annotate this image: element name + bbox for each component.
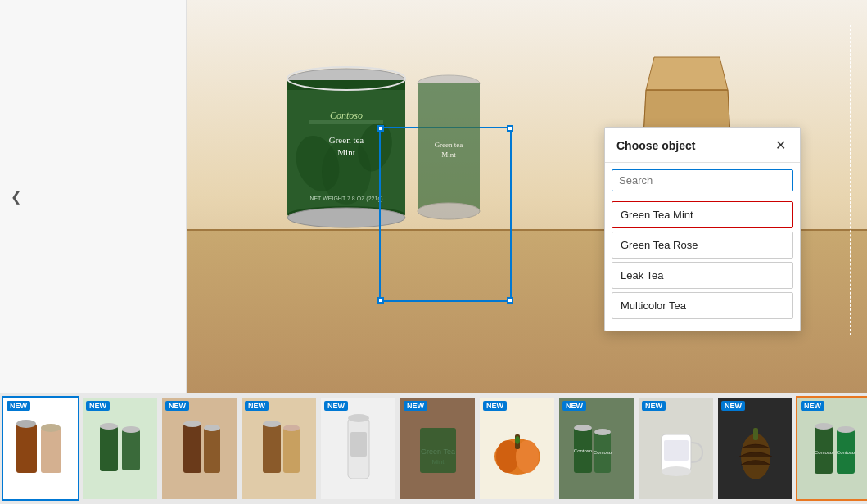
svg-point-28 xyxy=(16,420,36,428)
canvas-content: Contoso Green tea Mint NET WEIGHT 7.8 OZ… xyxy=(187,0,867,393)
thumb-bg-1 xyxy=(3,398,78,499)
thumbnail-5[interactable]: NEW xyxy=(319,396,397,501)
thumbnail-1[interactable]: NEW xyxy=(2,396,79,501)
thumb-bg-5 xyxy=(321,398,395,499)
main-container: ❮ xyxy=(0,0,867,504)
choose-object-dialog: Choose object ✕ Green Tea Mint Green Tea… xyxy=(604,127,801,331)
new-badge-11: NEW xyxy=(801,401,824,411)
svg-point-33 xyxy=(122,426,140,433)
scene: Contoso Green tea Mint NET WEIGHT 7.8 OZ… xyxy=(187,0,867,393)
svg-text:Contoso: Contoso xyxy=(814,450,833,455)
new-badge-9: NEW xyxy=(642,401,666,411)
thumb-bg-9 xyxy=(639,398,713,499)
svg-point-66 xyxy=(815,423,833,430)
new-badge-8: NEW xyxy=(562,401,586,411)
new-badge-10: NEW xyxy=(721,401,745,411)
new-badge-5: NEW xyxy=(324,401,348,411)
svg-point-52 xyxy=(515,436,520,444)
thumb-bg-7 xyxy=(480,398,554,499)
option-green-tea-rose[interactable]: Green Tea Rose xyxy=(612,232,793,259)
left-arrow[interactable]: ❮ xyxy=(7,187,25,205)
canvas-area: ❮ xyxy=(0,0,867,393)
thumb-bg-10 xyxy=(718,398,792,499)
svg-rect-47 xyxy=(420,428,456,473)
option-leak-tea[interactable]: Leak Tea xyxy=(612,262,793,289)
svg-rect-30 xyxy=(100,426,118,471)
option-multicolor-tea[interactable]: Multicolor Tea xyxy=(612,292,793,319)
search-input[interactable] xyxy=(612,169,793,191)
thumbnail-4[interactable]: NEW xyxy=(240,396,318,501)
dialog-header: Choose object ✕ xyxy=(605,128,800,163)
thumb-bg-2 xyxy=(83,398,157,499)
thumbnail-11[interactable]: NEW Contoso Contoso xyxy=(796,396,867,501)
new-badge-1: NEW xyxy=(7,401,30,411)
svg-rect-39 xyxy=(283,428,300,473)
svg-marker-1 xyxy=(646,57,728,90)
thumbnail-9[interactable]: NEW xyxy=(637,396,715,501)
svg-point-19 xyxy=(287,208,405,227)
new-badge-7: NEW xyxy=(483,401,507,411)
svg-rect-63 xyxy=(753,428,758,440)
new-badge-6: NEW xyxy=(404,401,427,411)
thumbnail-strip: NEW NEW xyxy=(0,393,867,504)
thumbnail-3[interactable]: NEW xyxy=(160,396,238,501)
svg-point-36 xyxy=(183,421,201,427)
dialog-body: Green Tea Mint Green Tea Rose Leak Tea M… xyxy=(605,163,800,331)
new-badge-4: NEW xyxy=(245,401,269,411)
thumb-bg-11: Contoso Contoso xyxy=(797,398,867,499)
option-green-tea-mint[interactable]: Green Tea Mint xyxy=(612,201,793,228)
dialog-close-button[interactable]: ✕ xyxy=(772,137,788,154)
svg-text:Contoso: Contoso xyxy=(573,448,592,453)
svg-point-61 xyxy=(662,466,691,476)
thumbnail-2[interactable]: NEW xyxy=(81,396,159,501)
svg-rect-44 xyxy=(350,432,367,457)
new-badge-2: NEW xyxy=(86,401,110,411)
svg-point-55 xyxy=(574,425,592,431)
svg-point-41 xyxy=(283,425,300,431)
thumb-bg-3 xyxy=(162,398,237,499)
thumb-bg-8: Contoso Contoso xyxy=(559,398,634,499)
thumb-bg-4 xyxy=(242,398,316,499)
svg-text:Mint: Mint xyxy=(441,151,456,159)
svg-point-40 xyxy=(263,421,281,427)
svg-point-37 xyxy=(204,425,220,431)
svg-point-56 xyxy=(594,429,611,435)
thumb-bg-6: Green Tea Mint xyxy=(400,398,475,499)
new-badge-3: NEW xyxy=(165,401,189,411)
options-list: Green Tea Mint Green Tea Rose Leak Tea M… xyxy=(605,198,800,331)
handle-tr[interactable] xyxy=(507,125,513,132)
thumbnail-10[interactable]: NEW xyxy=(716,396,794,501)
svg-rect-26 xyxy=(16,424,37,473)
svg-rect-7 xyxy=(287,80,405,90)
svg-point-29 xyxy=(41,424,61,432)
thumbnail-7[interactable]: NEW xyxy=(478,396,556,501)
svg-text:Green tea: Green tea xyxy=(435,141,463,149)
svg-rect-35 xyxy=(204,428,220,473)
dialog-title: Choose object xyxy=(616,139,695,152)
svg-rect-27 xyxy=(41,428,61,473)
thumbnail-6[interactable]: NEW Green Tea Mint xyxy=(399,396,476,501)
svg-text:Contoso: Contoso xyxy=(836,450,855,455)
svg-text:NET WEIGHT 7.8 OZ (221g): NET WEIGHT 7.8 OZ (221g) xyxy=(309,196,382,202)
svg-rect-38 xyxy=(263,424,281,473)
search-container xyxy=(605,169,800,198)
thumbnail-8[interactable]: NEW Contoso Contoso xyxy=(558,396,635,501)
svg-text:Green tea: Green tea xyxy=(329,135,364,145)
second-can: Green tea Mint xyxy=(416,74,481,221)
svg-point-32 xyxy=(100,423,118,430)
svg-text:Contoso: Contoso xyxy=(330,110,363,121)
svg-text:Contoso: Contoso xyxy=(593,450,612,455)
svg-point-43 xyxy=(348,414,369,422)
svg-point-23 xyxy=(418,203,480,219)
svg-text:Mint: Mint xyxy=(337,147,354,157)
svg-rect-34 xyxy=(183,424,201,473)
svg-point-67 xyxy=(837,426,855,433)
svg-rect-60 xyxy=(664,440,689,461)
svg-rect-31 xyxy=(122,430,140,470)
product-can[interactable]: Contoso Green tea Mint NET WEIGHT 7.8 OZ… xyxy=(285,65,408,229)
left-panel: ❮ xyxy=(0,0,187,393)
